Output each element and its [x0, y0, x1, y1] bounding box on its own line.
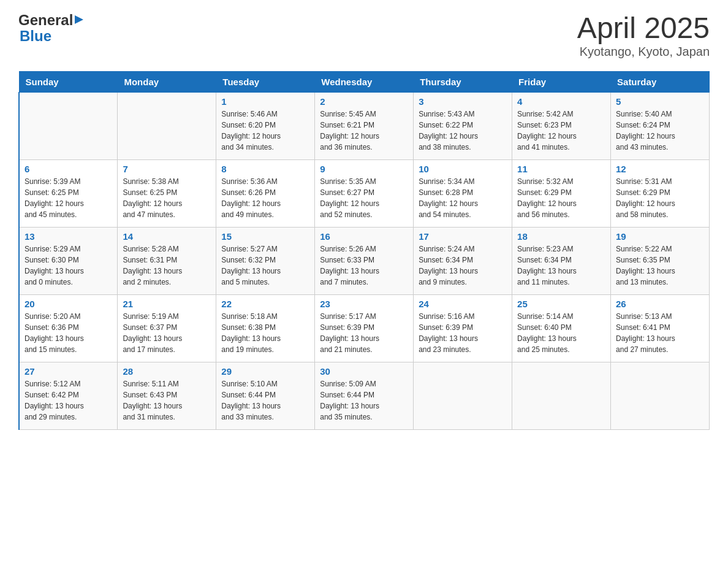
day-info: Sunrise: 5:09 AM Sunset: 6:44 PM Dayligh… — [320, 378, 408, 423]
calendar-cell: 29Sunrise: 5:10 AM Sunset: 6:44 PM Dayli… — [216, 362, 315, 429]
day-info: Sunrise: 5:19 AM Sunset: 6:37 PM Dayligh… — [123, 311, 211, 355]
calendar-cell: 26Sunrise: 5:13 AM Sunset: 6:41 PM Dayli… — [611, 294, 710, 362]
day-number: 24 — [419, 299, 507, 309]
day-info: Sunrise: 5:45 AM Sunset: 6:21 PM Dayligh… — [320, 109, 408, 153]
day-number: 9 — [320, 164, 408, 174]
day-number: 23 — [320, 299, 408, 309]
calendar-cell: 6Sunrise: 5:39 AM Sunset: 6:25 PM Daylig… — [19, 159, 118, 227]
calendar-header-row: SundayMondayTuesdayWednesdayThursdayFrid… — [19, 71, 710, 92]
day-info: Sunrise: 5:35 AM Sunset: 6:27 PM Dayligh… — [320, 176, 408, 220]
calendar-cell: 24Sunrise: 5:16 AM Sunset: 6:39 PM Dayli… — [414, 294, 512, 362]
logo-arrow-icon — [75, 14, 86, 25]
calendar-week-row: 6Sunrise: 5:39 AM Sunset: 6:25 PM Daylig… — [19, 159, 710, 227]
calendar-cell: 7Sunrise: 5:38 AM Sunset: 6:25 PM Daylig… — [118, 159, 216, 227]
day-number: 1 — [221, 96, 309, 107]
day-info: Sunrise: 5:28 AM Sunset: 6:31 PM Dayligh… — [123, 243, 211, 288]
logo-blue: Blue — [20, 28, 51, 44]
calendar-cell: 20Sunrise: 5:20 AM Sunset: 6:36 PM Dayli… — [19, 294, 118, 362]
day-number: 15 — [221, 231, 309, 242]
day-number: 18 — [517, 231, 605, 242]
calendar-week-row: 13Sunrise: 5:29 AM Sunset: 6:30 PM Dayli… — [19, 227, 710, 294]
calendar-cell: 17Sunrise: 5:24 AM Sunset: 6:34 PM Dayli… — [414, 227, 512, 294]
calendar-cell: 23Sunrise: 5:17 AM Sunset: 6:39 PM Dayli… — [315, 294, 414, 362]
day-number: 10 — [419, 164, 507, 174]
day-info: Sunrise: 5:42 AM Sunset: 6:23 PM Dayligh… — [517, 109, 605, 153]
calendar-table: SundayMondayTuesdayWednesdayThursdayFrid… — [18, 71, 710, 430]
calendar-cell: 10Sunrise: 5:34 AM Sunset: 6:28 PM Dayli… — [414, 159, 512, 227]
calendar-cell: 3Sunrise: 5:43 AM Sunset: 6:22 PM Daylig… — [414, 92, 512, 159]
day-info: Sunrise: 5:43 AM Sunset: 6:22 PM Dayligh… — [419, 109, 507, 153]
calendar-week-row: 20Sunrise: 5:20 AM Sunset: 6:36 PM Dayli… — [19, 294, 710, 362]
page-header: General Blue April 2025 Kyotango, Kyoto,… — [18, 12, 710, 59]
calendar-cell: 18Sunrise: 5:23 AM Sunset: 6:34 PM Dayli… — [512, 227, 611, 294]
day-info: Sunrise: 5:31 AM Sunset: 6:29 PM Dayligh… — [616, 176, 704, 220]
calendar-cell: 11Sunrise: 5:32 AM Sunset: 6:29 PM Dayli… — [512, 159, 611, 227]
day-info: Sunrise: 5:16 AM Sunset: 6:39 PM Dayligh… — [419, 311, 507, 355]
day-info: Sunrise: 5:34 AM Sunset: 6:28 PM Dayligh… — [419, 176, 507, 220]
calendar-week-row: 1Sunrise: 5:46 AM Sunset: 6:20 PM Daylig… — [19, 92, 710, 159]
day-number: 16 — [320, 231, 408, 242]
day-number: 6 — [25, 164, 112, 174]
day-info: Sunrise: 5:12 AM Sunset: 6:42 PM Dayligh… — [25, 378, 112, 423]
day-info: Sunrise: 5:23 AM Sunset: 6:34 PM Dayligh… — [517, 243, 605, 288]
day-info: Sunrise: 5:32 AM Sunset: 6:29 PM Dayligh… — [517, 176, 605, 220]
day-number: 8 — [221, 164, 309, 174]
day-number: 26 — [616, 299, 704, 309]
column-header-wednesday: Wednesday — [315, 71, 414, 92]
calendar-cell: 4Sunrise: 5:42 AM Sunset: 6:23 PM Daylig… — [512, 92, 611, 159]
day-number: 13 — [25, 231, 112, 242]
day-info: Sunrise: 5:39 AM Sunset: 6:25 PM Dayligh… — [25, 176, 112, 220]
day-info: Sunrise: 5:27 AM Sunset: 6:32 PM Dayligh… — [221, 243, 309, 288]
day-number: 7 — [123, 164, 211, 174]
calendar-cell: 30Sunrise: 5:09 AM Sunset: 6:44 PM Dayli… — [315, 362, 414, 429]
day-info: Sunrise: 5:18 AM Sunset: 6:38 PM Dayligh… — [221, 311, 309, 355]
calendar-cell — [611, 362, 710, 429]
column-header-saturday: Saturday — [611, 71, 710, 92]
calendar-cell — [512, 362, 611, 429]
day-info: Sunrise: 5:17 AM Sunset: 6:39 PM Dayligh… — [320, 311, 408, 355]
day-info: Sunrise: 5:22 AM Sunset: 6:35 PM Dayligh… — [616, 243, 704, 288]
calendar-cell: 13Sunrise: 5:29 AM Sunset: 6:30 PM Dayli… — [19, 227, 118, 294]
calendar-cell: 16Sunrise: 5:26 AM Sunset: 6:33 PM Dayli… — [315, 227, 414, 294]
day-info: Sunrise: 5:11 AM Sunset: 6:43 PM Dayligh… — [123, 378, 211, 423]
day-number: 25 — [517, 299, 605, 309]
day-number: 5 — [616, 96, 704, 107]
day-number: 4 — [517, 96, 605, 107]
calendar-cell: 15Sunrise: 5:27 AM Sunset: 6:32 PM Dayli… — [216, 227, 315, 294]
day-info: Sunrise: 5:40 AM Sunset: 6:24 PM Dayligh… — [616, 109, 704, 153]
title-block: April 2025 Kyotango, Kyoto, Japan — [577, 12, 710, 59]
day-info: Sunrise: 5:13 AM Sunset: 6:41 PM Dayligh… — [616, 311, 704, 355]
day-number: 2 — [320, 96, 408, 107]
column-header-tuesday: Tuesday — [216, 71, 315, 92]
calendar-cell: 19Sunrise: 5:22 AM Sunset: 6:35 PM Dayli… — [611, 227, 710, 294]
day-number: 19 — [616, 231, 704, 242]
day-info: Sunrise: 5:38 AM Sunset: 6:25 PM Dayligh… — [123, 176, 211, 220]
day-number: 20 — [25, 299, 112, 309]
calendar-cell: 12Sunrise: 5:31 AM Sunset: 6:29 PM Dayli… — [611, 159, 710, 227]
day-number: 14 — [123, 231, 211, 242]
day-number: 27 — [25, 366, 112, 377]
day-number: 28 — [123, 366, 211, 377]
day-info: Sunrise: 5:10 AM Sunset: 6:44 PM Dayligh… — [221, 378, 309, 423]
calendar-cell: 25Sunrise: 5:14 AM Sunset: 6:40 PM Dayli… — [512, 294, 611, 362]
day-number: 21 — [123, 299, 211, 309]
calendar-week-row: 27Sunrise: 5:12 AM Sunset: 6:42 PM Dayli… — [19, 362, 710, 429]
calendar-cell: 9Sunrise: 5:35 AM Sunset: 6:27 PM Daylig… — [315, 159, 414, 227]
calendar-cell: 27Sunrise: 5:12 AM Sunset: 6:42 PM Dayli… — [19, 362, 118, 429]
day-number: 29 — [221, 366, 309, 377]
calendar-cell: 2Sunrise: 5:45 AM Sunset: 6:21 PM Daylig… — [315, 92, 414, 159]
day-info: Sunrise: 5:20 AM Sunset: 6:36 PM Dayligh… — [25, 311, 112, 355]
day-info: Sunrise: 5:14 AM Sunset: 6:40 PM Dayligh… — [517, 311, 605, 355]
column-header-sunday: Sunday — [19, 71, 118, 92]
svg-marker-0 — [75, 15, 83, 24]
calendar-cell: 1Sunrise: 5:46 AM Sunset: 6:20 PM Daylig… — [216, 92, 315, 159]
day-info: Sunrise: 5:46 AM Sunset: 6:20 PM Dayligh… — [221, 109, 309, 153]
calendar-subtitle: Kyotango, Kyoto, Japan — [577, 45, 710, 59]
day-number: 3 — [419, 96, 507, 107]
column-header-monday: Monday — [118, 71, 216, 92]
day-number: 17 — [419, 231, 507, 242]
day-info: Sunrise: 5:29 AM Sunset: 6:30 PM Dayligh… — [25, 243, 112, 288]
calendar-cell — [19, 92, 118, 159]
day-number: 12 — [616, 164, 704, 174]
day-info: Sunrise: 5:26 AM Sunset: 6:33 PM Dayligh… — [320, 243, 408, 288]
